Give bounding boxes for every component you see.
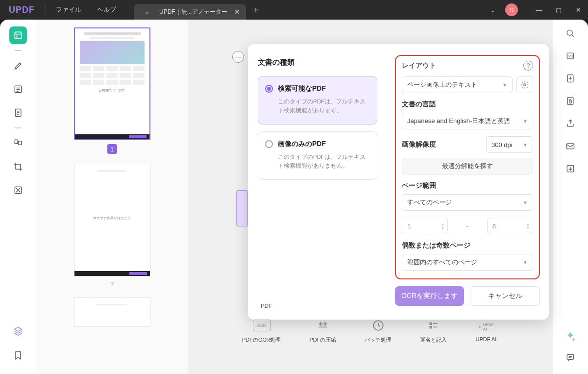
bookmark-button[interactable]	[9, 347, 27, 364]
range-from-input[interactable]: 1 ▲▼	[402, 218, 448, 234]
crop-tool[interactable]	[9, 158, 27, 175]
edit-text-tool[interactable]	[9, 80, 27, 98]
chevron-down-icon: ▼	[523, 200, 528, 205]
svg-point-8	[524, 84, 526, 86]
svg-rect-3	[15, 140, 18, 144]
range-to-input[interactable]: 6 ▲▼	[487, 218, 533, 234]
user-avatar[interactable]: S	[505, 3, 518, 16]
language-select[interactable]: Japanese and English-日本語と英語 ▼	[402, 113, 533, 129]
workspace: UPDFひとつで 1 サクサク作業がはかどる 2 — OCR PDFのO	[0, 20, 588, 374]
feature-compress[interactable]: PDFの圧縮	[309, 319, 336, 344]
feature-batch[interactable]: バッチ処理	[365, 319, 392, 344]
page-number-1: 1	[107, 144, 117, 154]
separator	[15, 127, 22, 128]
page-range-select[interactable]: すべてのページ ▼	[402, 194, 533, 211]
svg-rect-17	[567, 354, 573, 359]
card-desc: このタイプのPDFは、フルテキスト検索機能があります。	[265, 97, 370, 115]
spinner-arrows-icon[interactable]: ▲▼	[526, 223, 530, 230]
svg-rect-15	[567, 144, 574, 149]
page-tool[interactable]	[9, 104, 27, 122]
new-tab-button[interactable]: ＋	[252, 5, 260, 15]
svg-text:OCR: OCR	[567, 55, 574, 58]
chevron-down-icon: ▼	[523, 260, 528, 265]
tab-dropdown-icon[interactable]: ⌄	[142, 8, 152, 15]
page-range-label: ページ範囲	[402, 181, 533, 190]
divider	[46, 5, 46, 14]
menu-help[interactable]: ヘルプ	[89, 5, 124, 14]
resolution-select[interactable]: 300 dpi ▼	[486, 136, 533, 153]
document-tab[interactable]: ⌄ UPDF｜無...アノテーター ✕	[134, 4, 246, 20]
card-title: 検索可能なPDF	[278, 84, 326, 93]
tab-title: UPDF｜無...アノテーター	[159, 8, 227, 16]
range-separator: -	[453, 222, 482, 230]
chevron-down-icon[interactable]: ⌄	[485, 6, 500, 14]
thumb-caption: サクサク作業がはかどる	[74, 216, 150, 221]
window-minimize-button[interactable]: —	[529, 6, 549, 14]
layers-button[interactable]	[9, 322, 27, 340]
redact-tool[interactable]	[9, 181, 27, 199]
share-button[interactable]	[564, 117, 577, 130]
feature-sign[interactable]: 署名と記入	[420, 319, 447, 344]
window-close-button[interactable]: ✕	[568, 6, 588, 14]
convert-button[interactable]	[564, 72, 577, 85]
separator	[15, 50, 22, 51]
doc-type-searchable-card[interactable]: 検索可能なPDF このタイプのPDFは、フルテキスト検索機能があります。	[258, 76, 377, 125]
svg-point-9	[567, 30, 572, 35]
ocr-options-highlight: レイアウト ? ページ画像上のテキスト ▼ 文書の言語	[395, 55, 540, 279]
help-icon[interactable]: ?	[523, 61, 533, 71]
feature-shortcuts: OCR PDFのOCR処理 PDFの圧縮 バッチ処理 署名と記入 ✦UPDF A…	[242, 319, 496, 344]
layout-settings-button[interactable]	[516, 76, 533, 93]
odd-even-label: 偶数または奇数ページ	[402, 241, 533, 250]
protect-button[interactable]	[564, 94, 577, 108]
page-number-2: 2	[110, 280, 114, 288]
main-document-area: — OCR PDFのOCR処理 PDFの圧縮 バッチ処理 署名と記入	[188, 20, 553, 374]
window-maximize-button[interactable]: ▢	[549, 6, 568, 14]
layout-select[interactable]: ページ画像上のテキスト ▼	[402, 76, 513, 93]
find-optimal-resolution-button[interactable]: 最適分解能を探す	[402, 158, 533, 175]
card-desc: このタイプのPDFは、フルテキスト検索機能がありません。	[265, 152, 370, 171]
ocr-settings-popup: 文書の種類 検索可能なPDF このタイプのPDFは、フルテキスト検索機能がありま…	[248, 44, 549, 320]
annotate-tool[interactable]	[9, 57, 27, 75]
odd-even-select[interactable]: 範囲内のすべてのページ ▼	[402, 254, 533, 271]
titlebar: UPDF ファイル ヘルプ ⌄ UPDF｜無...アノテーター ✕ ＋ ⌄ S …	[0, 0, 588, 20]
thumbnail-panel: UPDFひとつで 1 サクサク作業がはかどる 2	[36, 20, 188, 374]
page-thumbnail-2[interactable]: サクサク作業がはかどる	[74, 164, 150, 276]
svg-rect-4	[19, 141, 22, 145]
language-label: 文書の言語	[402, 100, 533, 109]
page-thumbnail-3[interactable]	[74, 298, 150, 327]
truncated-text: PDF	[261, 303, 377, 309]
chevron-down-icon: ▼	[523, 142, 528, 148]
chevron-down-icon: ▼	[502, 82, 507, 88]
search-button[interactable]	[564, 26, 577, 40]
ai-assistant-button[interactable]	[564, 330, 577, 344]
email-button[interactable]	[564, 139, 577, 153]
app-logo: UPDF	[0, 5, 44, 15]
left-toolbar	[0, 20, 36, 374]
card-title: 画像のみのPDF	[278, 140, 326, 149]
radio-icon	[265, 140, 273, 148]
doc-type-image-card[interactable]: 画像のみのPDF このタイプのPDFは、フルテキスト検索機能がありません。	[258, 131, 377, 180]
menu-file[interactable]: ファイル	[48, 5, 89, 14]
doc-type-heading: 文書の種類	[258, 58, 377, 67]
collapse-panel-button[interactable]: —	[232, 51, 244, 63]
thumbnail-panel-button[interactable]	[9, 26, 27, 44]
resolution-label: 画像解像度	[402, 140, 436, 149]
layout-heading: レイアウト	[402, 61, 436, 70]
thumb-caption: UPDFひとつで	[75, 88, 149, 93]
page-thumbnail-1[interactable]: UPDFひとつで	[74, 27, 150, 140]
cancel-button[interactable]: キャンセル	[470, 286, 540, 306]
svg-rect-0	[15, 32, 21, 38]
save-button[interactable]	[564, 162, 577, 175]
spinner-arrows-icon[interactable]: ▲▼	[441, 223, 444, 230]
ocr-button[interactable]: OCR	[564, 49, 577, 63]
comment-button[interactable]	[564, 350, 577, 364]
page-preview-fragment	[236, 190, 248, 226]
chevron-down-icon: ▼	[523, 119, 528, 124]
feature-ocr[interactable]: OCR PDFのOCR処理	[242, 319, 281, 344]
organize-tool[interactable]	[9, 134, 27, 152]
feature-ai[interactable]: ✦UPDF AI UPDF AI	[475, 319, 496, 344]
tab-close-icon[interactable]: ✕	[234, 8, 240, 16]
run-ocr-button[interactable]: OCRを実行します	[395, 286, 464, 306]
svg-rect-14	[569, 101, 572, 103]
radio-icon	[265, 85, 273, 93]
